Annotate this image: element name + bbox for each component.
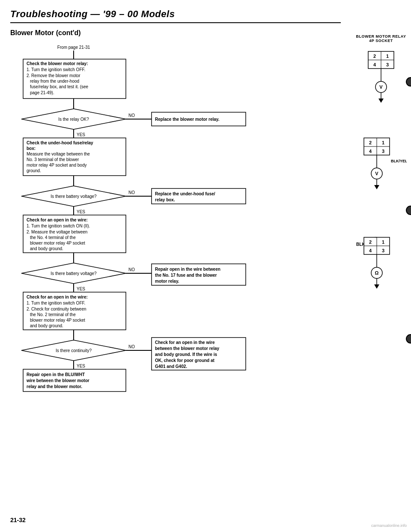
check-underhood-text1: Measure the voltage between the xyxy=(27,152,90,156)
binding-post-3 xyxy=(406,334,411,344)
check-relay-title: Check the blower motor relay: xyxy=(27,61,88,66)
no3-label: NO xyxy=(128,267,135,272)
replace-underhood-text2: relay box. xyxy=(155,197,175,202)
repair-bluwht-text2: wire between the blower motor xyxy=(26,378,89,383)
page-number: 21-32 xyxy=(10,517,26,523)
diagram3-svg: BLK 2 1 4 3 Ω xyxy=(355,233,407,319)
continuity-text: Is there continuity? xyxy=(56,348,92,353)
check-open2-step2a: 2. Check for continuity between xyxy=(27,307,86,311)
check-open-ground-text2: between the blower motor relay xyxy=(155,346,219,351)
yes2-label: YES xyxy=(77,209,85,214)
relay-socket-label: BLOWER MOTOR RELAY 4P SOCKET xyxy=(355,34,407,43)
repair-bluwht-text3: relay and the blower motor. xyxy=(27,384,82,389)
battery-voltage1-text: Is there battery voltage? xyxy=(51,194,97,199)
yes4-label: YES xyxy=(77,364,85,368)
check-open-ground-text3: and body ground. If the wire is xyxy=(155,352,217,357)
d2-cell-br: 3 xyxy=(382,149,384,154)
d3-cell-br: 3 xyxy=(382,248,384,253)
d1-cell-br: 3 xyxy=(386,62,389,67)
right-sidebar: BLOWER MOTOR RELAY 4P SOCKET 2 1 4 3 V xyxy=(351,0,411,532)
check-open1-step2b: the No. 4 terminal of the xyxy=(30,235,76,240)
check-relay-step2a: 2. Remove the blower motor xyxy=(27,73,80,78)
repair-open1-text1: Repair open in the wire between xyxy=(155,267,220,272)
check-open1-step1: 1. Turn the ignition switch ON (II). xyxy=(27,224,90,228)
check-open1-step2d: and body ground. xyxy=(30,246,63,251)
page-title: Troubleshooting — '99 – 00 Models xyxy=(10,9,341,20)
flowchart: From page 21-31 Check the blower motor r… xyxy=(10,43,344,455)
diagram1-svg: 2 1 4 3 V xyxy=(360,47,402,116)
d3-cell-tl: 2 xyxy=(369,239,372,245)
d1-cell-bl: 4 xyxy=(373,62,376,67)
watermark: carmanualonline.info xyxy=(371,523,407,528)
check-open1-title: Check for an open in the wire: xyxy=(27,218,88,222)
replace-underhood-text1: Replace the under-hood fuse/ xyxy=(155,191,215,196)
d3-cell-bl: 4 xyxy=(369,248,372,253)
d1-cell-tr: 1 xyxy=(386,54,389,59)
check-underhood-text3: motor relay 4P socket and body xyxy=(27,163,86,167)
check-open2-step2d: and body ground. xyxy=(30,323,63,328)
repair-open1-text3: motor relay. xyxy=(155,279,179,284)
no2-label: NO xyxy=(128,190,135,195)
battery-voltage2-text: Is there battery voltage? xyxy=(51,271,97,276)
check-open1-step2c: blower motor relay 4P socket xyxy=(30,241,85,245)
diagram2: 2 1 4 3 BLK/YEL V xyxy=(355,134,407,212)
svg-marker-28 xyxy=(378,99,384,103)
check-underhood-text2: No. 3 terminal of the blower xyxy=(27,157,79,162)
svg-marker-42 xyxy=(374,284,379,289)
page-container: Troubleshooting — '99 – 00 Models Blower… xyxy=(0,0,411,532)
check-open-ground-text1: Check for an open in the wire xyxy=(155,340,215,345)
check-open-ground-text4: OK, check for poor ground at xyxy=(155,358,215,363)
d1-cell-tl: 2 xyxy=(373,54,376,59)
d2-cell-bl: 4 xyxy=(369,149,372,154)
repair-open1-text2: the No. 17 fuse and the blower xyxy=(155,273,217,278)
d2-cell-tr: 1 xyxy=(382,140,384,145)
section-title: Blower Motor (cont'd) xyxy=(10,29,341,37)
check-open-ground-text5: G401 and G402. xyxy=(155,364,187,369)
d1-voltmeter: V xyxy=(379,84,383,90)
check-open2-step1: 1. Turn the ignition switch OFF. xyxy=(27,301,85,305)
diagram2-svg: 2 1 4 3 BLK/YEL V xyxy=(355,134,407,211)
main-content: Troubleshooting — '99 – 00 Models Blower… xyxy=(0,0,351,532)
check-underhood-title2: box: xyxy=(27,146,36,151)
check-open2-title: Check for an open in the wire: xyxy=(27,295,88,299)
check-relay-step2d: page 21-49). xyxy=(30,90,54,95)
no4-label: NO xyxy=(128,344,135,349)
relay-ok-text: Is the relay OK? xyxy=(58,117,89,122)
replace-relay-text: Replace the blower motor relay. xyxy=(155,117,220,122)
relay-label-container: BLOWER MOTOR RELAY 4P SOCKET xyxy=(355,34,407,43)
check-relay-step1: 1. Turn the ignition switch OFF. xyxy=(27,67,85,72)
flowchart-svg: From page 21-31 Check the blower motor r… xyxy=(10,43,259,454)
check-underhood-text4: ground. xyxy=(27,168,41,173)
check-open1-step2a: 2. Measure the voltage between xyxy=(27,230,87,234)
divider-line xyxy=(10,22,341,23)
check-open2-step2c: blower motor relay 4P socket xyxy=(30,318,85,323)
check-relay-step2b: relay from the under-hood xyxy=(30,79,79,84)
d2-wire-label: BLK/YEL xyxy=(391,159,407,163)
no1-label: NO xyxy=(128,113,135,118)
check-open2-step2b: the No. 2 terminal of the xyxy=(30,312,76,317)
check-underhood-title: Check the under-hood fuse/relay xyxy=(27,140,93,145)
from-page-label: From page 21-31 xyxy=(57,45,90,50)
d2-voltmeter: V xyxy=(375,171,378,176)
check-relay-step2c: fuse/relay box, and test it. (see xyxy=(30,84,89,89)
svg-marker-35 xyxy=(374,185,379,189)
diagram3: BLK 2 1 4 3 Ω xyxy=(355,233,407,320)
yes1-label: YES xyxy=(77,132,85,137)
d2-cell-tl: 2 xyxy=(369,140,372,145)
yes3-label: YES xyxy=(77,287,85,291)
d3-ohmmeter: Ω xyxy=(375,270,379,275)
d3-cell-tr: 1 xyxy=(382,239,384,245)
repair-bluwht-text1: Repair open in the BLU/WHT xyxy=(27,372,85,377)
binding-post-2 xyxy=(406,206,411,215)
diagram1: 2 1 4 3 V xyxy=(355,47,407,117)
